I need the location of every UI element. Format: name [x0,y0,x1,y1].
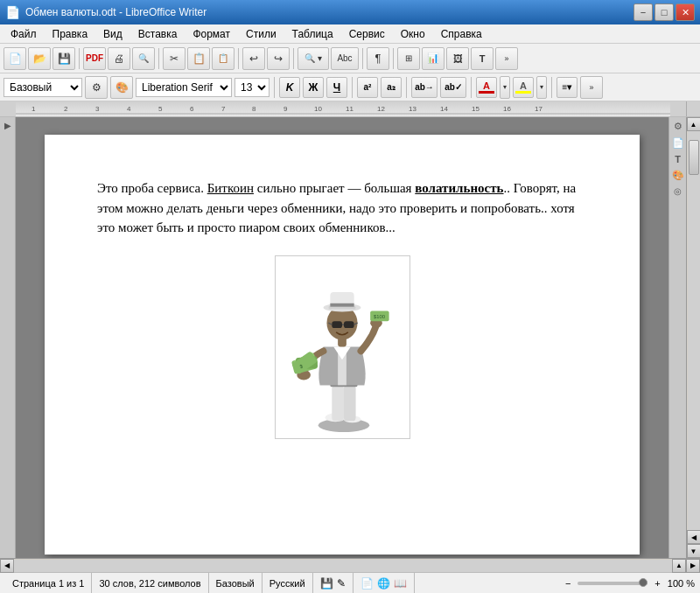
print-preview-button[interactable]: 🔍 [132,47,155,70]
italic-button[interactable]: Ж [303,77,324,98]
font-color-arrow[interactable]: ▾ [500,76,510,99]
print-button[interactable]: 🖨 [108,47,130,70]
svg-text:13: 13 [409,105,416,113]
svg-text:11: 11 [346,105,354,113]
findbar-button[interactable]: 🔍 ▾ [298,47,329,70]
maximize-button[interactable]: □ [654,3,674,21]
svg-text:2: 2 [64,105,68,113]
open-button[interactable]: 📂 [28,47,51,70]
left-sidebar: ▶ [0,117,16,558]
window-title: Обмен валюты.odt - LibreOffice Writer [25,6,206,18]
toolbar-standard: 📄 📂 💾 PDF 🖨 🔍 ✂ 📋 📋 ↩ ↪ 🔍 ▾ Abc ¶ ⊞ 📊 🖼 … [0,44,700,73]
hscroll-track[interactable] [14,560,672,572]
svg-text:4: 4 [127,105,131,113]
view-book-icon[interactable]: 📖 [394,577,407,590]
minimize-button[interactable]: − [634,3,653,21]
separator3 [238,48,239,69]
hscroll-right-button[interactable]: ▶ [686,559,700,573]
highlight-button[interactable]: A [513,77,534,98]
menu-edit[interactable]: Правка [46,26,95,42]
image-area: $ $100 [97,255,587,439]
pdf-button[interactable]: PDF [83,47,106,70]
svg-text:10: 10 [314,105,322,113]
hscroll-left-button[interactable]: ◀ [0,559,14,573]
underline-button[interactable]: Ч [326,77,347,98]
view-normal-icon[interactable]: 📄 [360,577,374,590]
right-tool-1[interactable]: ⚙ [674,121,682,132]
menu-insert[interactable]: Вставка [131,26,185,42]
copy-button[interactable]: 📋 [187,47,210,70]
menu-window[interactable]: Окно [394,26,432,42]
svg-point-18 [318,418,370,432]
svg-text:1: 1 [32,105,36,113]
charformat-button[interactable]: ab→ [411,77,438,98]
table-button[interactable]: ⊞ [397,47,420,70]
cut-button[interactable]: ✂ [163,47,186,70]
paste-button[interactable]: 📋 [212,47,234,70]
align-button[interactable]: ≡▾ [556,77,578,98]
scroll-track[interactable] [688,131,700,530]
style-settings-button[interactable]: ⚙ [85,76,108,99]
right-tool-4[interactable]: 🎨 [672,170,684,181]
zoom-plus-button[interactable]: + [651,578,663,589]
horizontal-scrollbar[interactable]: ◀ ▲ ▶ [0,558,700,572]
subscript-button[interactable]: a₂ [381,77,402,98]
menu-table[interactable]: Таблица [285,26,340,42]
font-color-button[interactable]: A [476,77,497,98]
menu-view[interactable]: Вид [96,26,130,42]
bold-button[interactable]: K [279,77,300,98]
document-area[interactable]: Это проба сервиса. Биткоин сильно прыгае… [16,117,668,558]
right-tool-3[interactable]: T [675,154,681,164]
spellcheck-button[interactable]: Abc [331,47,359,70]
paragraph-marks-button[interactable]: ¶ [367,47,389,70]
menu-format[interactable]: Формат [186,26,237,42]
style-selector[interactable]: Базовый [4,78,82,97]
scroll-expand-button[interactable]: ◀ [687,530,701,544]
menu-bar: Файл Правка Вид Вставка Формат Стили Таб… [0,24,700,44]
zoom-minus-button[interactable]: − [562,578,574,589]
insert-image-button[interactable]: 🖼 [446,47,469,70]
status-page: Страница 1 из 1 [5,573,92,593]
more-button[interactable]: » [495,47,518,70]
title-bar: 📄 Обмен валюты.odt - LibreOffice Writer … [0,0,700,24]
character-svg: $ $100 [290,262,395,432]
menu-styles[interactable]: Стили [239,26,284,42]
scroll-thumb[interactable] [689,140,699,175]
svg-rect-40 [344,321,354,328]
scroll-down-button[interactable]: ▼ [687,544,701,558]
textbox-button[interactable]: T [471,47,494,70]
highlight-arrow[interactable]: ▾ [536,76,547,99]
svg-text:$100: $100 [374,314,386,319]
save-status-icon[interactable]: 💾 [320,577,333,590]
font-selector[interactable]: Liberation Serif [136,78,232,97]
document-page: Это проба сервиса. Биткоин сильно прыгае… [45,135,640,555]
vertical-scrollbar[interactable]: ▲ ◀ ▼ [686,117,700,558]
zoom-slider[interactable] [578,582,648,585]
font-size-selector[interactable]: 13 [234,78,270,97]
separator6 [393,48,394,69]
track-changes-icon[interactable]: ✎ [337,577,346,590]
embedded-image[interactable]: $ $100 [275,255,410,439]
chart-button[interactable]: 📊 [422,47,444,70]
menu-file[interactable]: Файл [4,26,44,42]
superscript-button[interactable]: a² [357,77,378,98]
redo-button[interactable]: ↪ [267,47,290,70]
new-button[interactable]: 📄 [4,47,26,70]
menu-help[interactable]: Справка [434,26,489,42]
undo-button[interactable]: ↩ [242,47,265,70]
save-button[interactable]: 💾 [52,47,75,70]
close-button[interactable]: ✕ [676,3,695,21]
style-apply-button[interactable]: 🎨 [110,76,133,99]
hscroll-expand-button[interactable]: ▲ [672,559,686,573]
more-format-button[interactable]: » [580,76,603,99]
view-web-icon[interactable]: 🌐 [377,577,390,590]
right-tool-5[interactable]: ◎ [674,186,682,196]
svg-text:16: 16 [503,105,511,113]
charformat2-button[interactable]: ab✓ [440,77,466,98]
menu-tools[interactable]: Сервис [342,26,392,42]
right-toolbar-btn1[interactable]: ▶ [4,121,11,130]
svg-text:5: 5 [158,105,163,113]
right-tool-2[interactable]: 📄 [672,137,684,149]
scroll-up-button[interactable]: ▲ [687,117,701,131]
zoom-thumb[interactable] [639,578,648,587]
